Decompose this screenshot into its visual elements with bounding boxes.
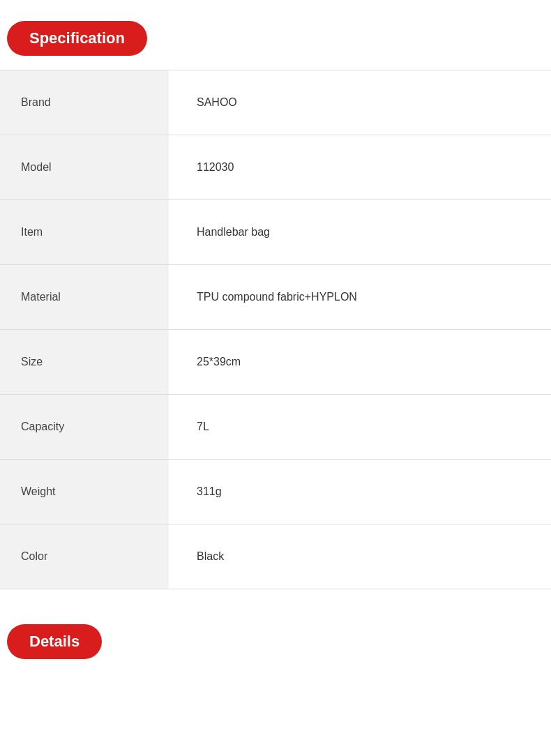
spec-label: Item: [0, 200, 169, 264]
specification-badge: Specification: [7, 21, 147, 56]
details-badge: Details: [7, 624, 102, 659]
spec-value: SAHOO: [169, 70, 551, 135]
spec-value: Black: [169, 524, 551, 589]
spec-value: 7L: [169, 395, 551, 459]
spec-value: 311g: [169, 460, 551, 524]
page-container: Specification BrandSAHOOModel112030ItemH…: [0, 0, 551, 673]
spec-label: Material: [0, 265, 169, 329]
table-row: ItemHandlebar bag: [0, 200, 551, 265]
table-row: Size25*39cm: [0, 330, 551, 395]
table-row: BrandSAHOO: [0, 70, 551, 135]
details-section: Details: [0, 603, 551, 673]
table-row: ColorBlack: [0, 524, 551, 589]
spec-value: Handlebar bag: [169, 200, 551, 264]
spec-value: TPU compound fabric+HYPLON: [169, 265, 551, 329]
table-row: Model112030: [0, 135, 551, 200]
spec-label: Capacity: [0, 395, 169, 459]
specification-header: Specification: [0, 0, 551, 70]
spec-label: Model: [0, 135, 169, 199]
spec-value: 112030: [169, 135, 551, 199]
spec-label: Color: [0, 524, 169, 589]
spec-label: Size: [0, 330, 169, 394]
spec-label: Weight: [0, 460, 169, 524]
table-row: Weight311g: [0, 460, 551, 524]
table-row: MaterialTPU compound fabric+HYPLON: [0, 265, 551, 330]
specification-table: BrandSAHOOModel112030ItemHandlebar bagMa…: [0, 70, 551, 589]
table-row: Capacity7L: [0, 395, 551, 460]
spec-value: 25*39cm: [169, 330, 551, 394]
spec-label: Brand: [0, 70, 169, 135]
